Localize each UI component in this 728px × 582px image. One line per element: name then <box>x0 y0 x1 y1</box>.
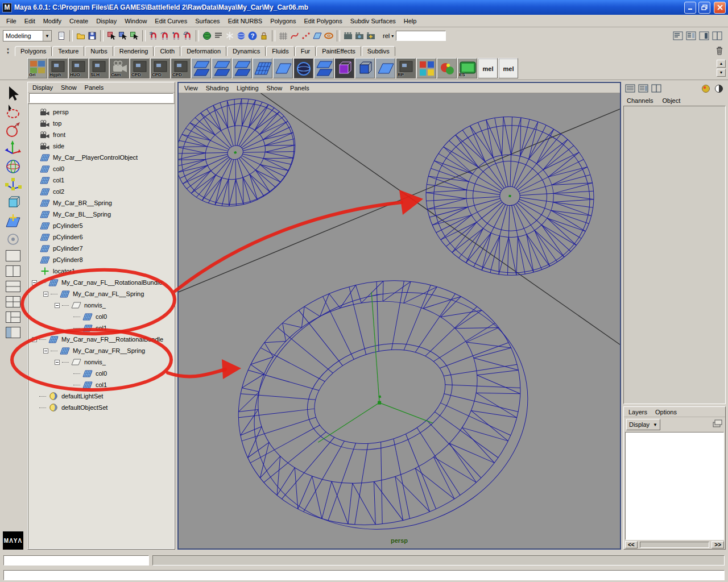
panel-layout-icon-1[interactable] <box>624 83 636 94</box>
expander-icon[interactable] <box>43 348 48 354</box>
menu-set-dropdown[interactable]: Modeling ▼ <box>3 30 52 41</box>
shelf-item-poly-planes-8[interactable] <box>191 58 211 78</box>
shelf-menu-button[interactable]: ▾▾ <box>3 46 13 56</box>
shelf-tab-deformation[interactable]: Deformation <box>181 46 226 56</box>
shelf-tab-painteffects[interactable]: PaintEffects <box>316 46 361 56</box>
shelf-tab-polygons[interactable]: Polygons <box>15 46 52 56</box>
universal-manipulator-icon[interactable] <box>4 194 22 211</box>
tab-channels[interactable]: Channels <box>627 97 653 104</box>
shelf-item-slh-3[interactable]: SLH <box>89 58 109 78</box>
shelf-item-es-21[interactable]: ES <box>457 58 477 78</box>
two-pane-side-layout-button[interactable] <box>5 264 22 278</box>
shelf-item-cpd-6[interactable]: CPD <box>150 58 170 78</box>
new-scene-icon[interactable] <box>56 30 67 41</box>
help-icon[interactable]: ? <box>247 30 258 41</box>
menu-help[interactable]: Help <box>400 16 421 26</box>
shelf-tab-nurbs[interactable]: Nurbs <box>85 46 113 56</box>
expander-icon[interactable] <box>43 292 48 297</box>
lasso-select-icon[interactable] <box>4 103 22 120</box>
menu-edit-polygons[interactable]: Edit Polygons <box>300 16 346 26</box>
shelf-item-cpd-5[interactable]: CPD <box>130 58 150 78</box>
outliner-item-defaultobjectset-26[interactable]: defaultObjectSet <box>28 402 174 413</box>
panel-layout-icon-3[interactable] <box>651 83 662 94</box>
outliner-item-my-car-playercontrolobject-4[interactable]: My_Car__PlayerControlObject <box>28 152 174 163</box>
shelf-scroll-down-icon[interactable]: ▼ <box>717 69 726 77</box>
viewport-menu-shading[interactable]: Shading <box>206 85 229 92</box>
snap-plane-icon[interactable] <box>182 30 193 41</box>
viewport-canvas[interactable]: persp <box>179 93 620 548</box>
outliner-item-col0-23[interactable]: col0 <box>28 368 174 379</box>
expander-icon[interactable] <box>55 303 60 308</box>
outliner-item-col0-5[interactable]: col0 <box>28 163 174 174</box>
menu-create[interactable]: Create <box>65 16 92 26</box>
outliner-item-my-car-nav-fl-rotationalbundle-15[interactable]: My_Car_nav_FL__RotationalBundle <box>28 277 174 288</box>
hypershade-ball-icon[interactable] <box>700 83 712 94</box>
outliner-item-my-car-br-spring-8[interactable]: My_Car_BR__Spring <box>28 197 174 209</box>
dots-icon[interactable] <box>300 30 312 41</box>
snap-curve-icon[interactable] <box>159 30 171 41</box>
shelf-tab-texture[interactable]: Texture <box>52 46 84 56</box>
three-pane-layout-button[interactable] <box>5 310 22 324</box>
menu-edit-nurbs[interactable]: Edit NURBS <box>224 16 267 26</box>
contrast-icon[interactable] <box>713 83 725 94</box>
expander-icon[interactable] <box>55 360 60 365</box>
viewport-menu-lighting[interactable]: Lighting <box>237 85 259 92</box>
outliner-item-persp-0[interactable]: persp <box>28 106 174 118</box>
select-object-icon[interactable] <box>117 30 129 41</box>
viewport-menu-show[interactable]: Show <box>267 85 283 92</box>
shelf-item-poly-plane-17[interactable] <box>375 58 395 78</box>
shelf-item-rp-18[interactable]: RP <box>396 58 416 78</box>
shelf-scroll-up-icon[interactable]: ▲ <box>717 60 726 68</box>
outliner-item-pcylinder7-12[interactable]: pCylinder7 <box>28 243 174 254</box>
outliner-item-my-car-bl-spring-9[interactable]: My_Car_BL__Spring <box>28 209 174 220</box>
shelf-item-mel-23[interactable]: mel <box>498 58 518 78</box>
outliner-item-my-car-nav-fr-rotationalbundle-20[interactable]: My_Car_nav_FR__RotationalBundle <box>28 334 174 345</box>
snap-point-icon[interactable] <box>171 30 182 41</box>
shelf-item-purple-cube-15[interactable] <box>334 58 354 78</box>
outliner-item-nonvis-22[interactable]: nonvis_ <box>28 356 174 368</box>
shelf-item-cam-4[interactable]: Cam <box>109 58 129 78</box>
show-manipulator-icon[interactable] <box>4 212 22 229</box>
layers-display-dropdown[interactable]: Display ▼ <box>626 419 660 430</box>
select-arrow-icon[interactable] <box>4 85 22 102</box>
shelf-item-cpd-7[interactable]: CPD <box>171 58 191 78</box>
menu-display[interactable]: Display <box>92 16 121 26</box>
outliner-item-pcylinder8-13[interactable]: pCylinder8 <box>28 254 174 265</box>
scale-tool-icon[interactable] <box>4 176 22 193</box>
render-globals-icon[interactable] <box>365 30 377 41</box>
lock-icon[interactable] <box>258 30 270 41</box>
outliner-item-col0-18[interactable]: col0 <box>28 311 174 322</box>
menu-subdiv-surfaces[interactable]: Subdiv Surfaces <box>346 16 400 26</box>
curve-icon[interactable] <box>289 30 300 41</box>
outliner-menu-display[interactable]: Display <box>32 84 53 91</box>
outliner-item-pcylinder6-11[interactable]: pCylinder6 <box>28 231 174 243</box>
save-scene-icon[interactable] <box>86 30 98 41</box>
four-pane-layout-button[interactable] <box>5 295 22 309</box>
make-live-icon[interactable] <box>201 30 213 41</box>
shelf-item-poly-planes-14[interactable] <box>314 58 334 78</box>
shelf-item-color-squares-19[interactable] <box>416 58 436 78</box>
outliner-item-locator1-14[interactable]: locator1 <box>28 265 174 277</box>
close-button[interactable] <box>714 2 726 14</box>
panel-toggle-icon[interactable] <box>712 30 723 41</box>
help-line-field[interactable] <box>3 570 725 580</box>
shelf-item-huo-2[interactable]: HUO <box>68 58 88 78</box>
outliner-item-pcylinder5-10[interactable]: pCylinder5 <box>28 220 174 231</box>
shelf-item-blue-cube-16[interactable] <box>355 58 375 78</box>
rel-input[interactable] <box>396 31 446 41</box>
sphere-icon[interactable] <box>235 30 247 41</box>
outliner-item-side-3[interactable]: side <box>28 140 174 152</box>
last-tool-icon[interactable] <box>4 230 22 247</box>
outliner-menu-show[interactable]: Show <box>61 84 77 91</box>
expander-icon[interactable] <box>32 337 37 342</box>
select-component-icon[interactable] <box>129 30 140 41</box>
shelf-tab-subdivs[interactable]: Subdivs <box>362 46 395 56</box>
outliner-item-col2-7[interactable]: col2 <box>28 186 174 197</box>
grid-icon[interactable] <box>278 30 289 41</box>
outliner-item-col1-6[interactable]: col1 <box>28 174 174 186</box>
layers-list[interactable] <box>625 432 724 540</box>
select-hierarchy-icon[interactable] <box>106 30 117 41</box>
pager-left-button[interactable]: << <box>625 541 638 548</box>
shelf-tab-fur[interactable]: Fur <box>295 46 316 56</box>
render-icon[interactable] <box>342 30 354 41</box>
